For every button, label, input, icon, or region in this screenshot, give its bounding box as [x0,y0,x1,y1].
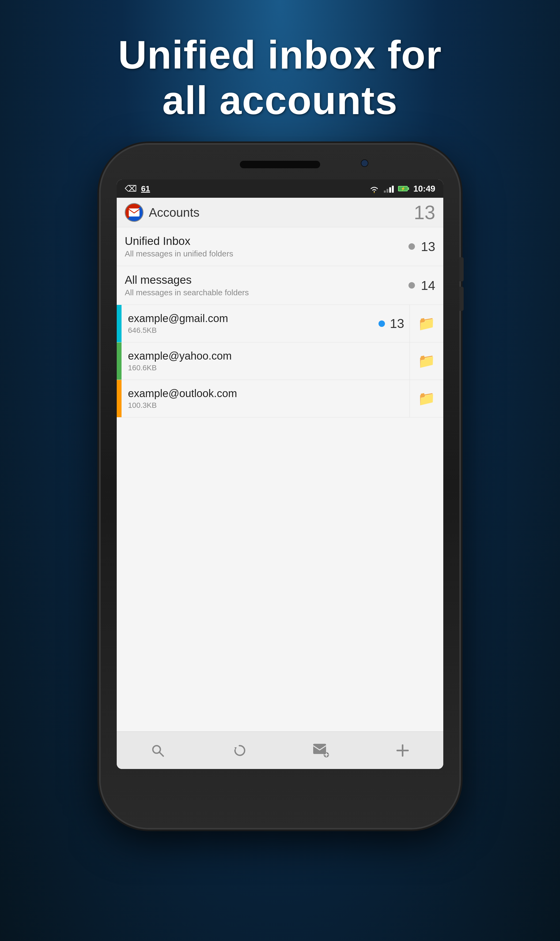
gmail-count: 13 [388,316,404,331]
outlook-color-bar [117,380,122,417]
volume-up-button[interactable] [459,257,464,281]
unified-inbox-item[interactable]: Unified Inbox All messages in unified fo… [117,227,443,266]
outlook-content: example@outlook.com 100.3KB [122,380,409,417]
headline-line2: all accounts [118,78,442,123]
accounts-count: 13 [414,202,435,224]
phone-screen: ⌫ 61 [117,179,443,769]
notification-count: 61 [141,184,150,193]
unified-inbox-text: Unified Inbox All messages in unified fo… [125,235,408,258]
nav-refresh[interactable] [198,732,280,769]
nav-search[interactable] [117,732,198,769]
volume-down-button[interactable] [459,287,464,311]
headline-line1: Unified inbox for [118,32,442,78]
gmail-folder-button[interactable]: 📁 [409,305,443,342]
gmail-email: example@gmail.com [128,312,372,324]
all-messages-title: All messages [125,273,408,287]
all-messages-item[interactable]: All messages All messages in searchable … [117,266,443,305]
svg-rect-1 [129,208,140,216]
all-messages-text: All messages All messages in searchable … [125,273,408,297]
unified-inbox-count-area: 13 [408,239,435,254]
status-bar: ⌫ 61 [117,179,443,198]
accounts-list: Unified Inbox All messages in unified fo… [117,227,443,731]
status-time: 10:49 [413,184,435,194]
app-header-left: Accounts [125,203,199,222]
gmail-color-bar [117,305,122,342]
yahoo-folder-icon: 📁 [418,353,435,369]
battery-indicator: ⚡ [398,186,409,191]
svg-rect-5 [313,744,326,754]
phone-mockup: ⌫ 61 [101,145,459,828]
all-messages-dot [408,282,415,288]
outlook-account-item[interactable]: example@outlook.com 100.3KB 📁 [117,380,443,418]
unified-inbox-subtitle: All messages in unified folders [125,249,408,258]
unified-inbox-title: Unified Inbox [125,235,408,248]
all-messages-count: 14 [419,278,435,293]
outlook-folder-icon: 📁 [418,390,435,407]
all-messages-subtitle: All messages in searchable folders [125,288,408,297]
yahoo-content: example@yahoo.com 160.6KB [122,342,409,379]
outlook-size: 100.3KB [128,401,403,410]
yahoo-size: 160.6KB [128,364,403,372]
unified-inbox-dot [408,243,415,250]
gmail-dot [378,321,385,327]
yahoo-color-bar [117,342,122,379]
all-messages-count-area: 14 [408,278,435,293]
add-icon [395,744,409,757]
yahoo-email: example@yahoo.com [128,350,403,362]
app-logo [125,203,143,222]
unified-inbox-count: 13 [419,239,435,254]
phone-speaker [240,161,320,168]
usb-icon: ⌫ [125,184,137,194]
phone-shell: ⌫ 61 [101,145,459,828]
envelope-icon [128,208,140,217]
outlook-folder-button[interactable]: 📁 [409,380,443,417]
refresh-icon [232,744,246,757]
gmail-size: 646.5KB [128,326,372,335]
yahoo-folder-button[interactable]: 📁 [409,342,443,379]
svg-line-3 [159,752,163,756]
headline: Unified inbox for all accounts [91,32,469,123]
status-left: ⌫ 61 [125,184,150,194]
bottom-navigation [117,731,443,769]
accounts-label: Accounts [149,205,199,220]
nav-add[interactable] [362,732,443,769]
wifi-icon [369,184,380,193]
status-right: ⚡ 10:49 [369,184,435,194]
nav-compose[interactable] [280,732,362,769]
gmail-badge-area: 13 [378,305,409,342]
app-header: Accounts 13 [117,198,443,227]
phone-camera [361,159,368,167]
gmail-content: example@gmail.com 646.5KB [122,305,378,342]
outlook-email: example@outlook.com [128,387,403,400]
compose-mail-icon [313,744,329,757]
gmail-folder-icon: 📁 [418,315,435,332]
gmail-account-item[interactable]: example@gmail.com 646.5KB 13 📁 [117,305,443,342]
yahoo-account-item[interactable]: example@yahoo.com 160.6KB 📁 [117,342,443,380]
signal-bars [384,185,394,193]
search-icon [151,744,165,757]
